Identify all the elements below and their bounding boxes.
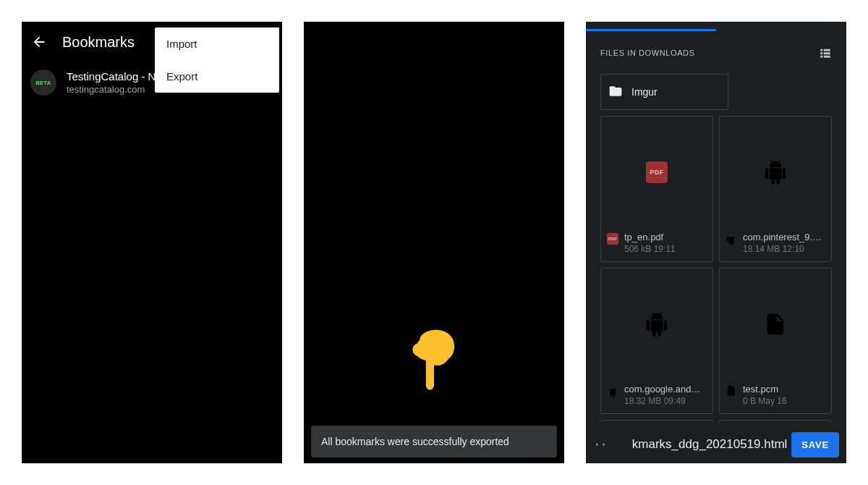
file-tile[interactable] bbox=[719, 420, 832, 423]
save-bar: ‎kmarks_ddg_20210519.html SAVE bbox=[586, 426, 846, 463]
file-preview bbox=[601, 269, 712, 379]
pointing-down-hand-icon bbox=[401, 326, 467, 394]
file-grid: PDF PDF tp_en.pdf 506 kB 19:11 com.pinte… bbox=[600, 116, 832, 423]
file-tile[interactable] bbox=[600, 420, 713, 423]
filename-input[interactable]: ‎kmarks_ddg_20210519.html bbox=[612, 437, 787, 452]
file-tile[interactable]: com.google.and… 18.32 MB 09:49 bbox=[600, 268, 713, 414]
pdf-icon: PDF bbox=[607, 233, 618, 245]
file-preview bbox=[720, 269, 831, 379]
overflow-menu: Import Export bbox=[155, 28, 279, 93]
file-tile[interactable]: test.pcm 0 B May 16 bbox=[719, 268, 832, 414]
favicon-badge: BETA bbox=[33, 78, 53, 88]
file-name: com.pinterest_9.… bbox=[743, 232, 822, 242]
folder-imgur[interactable]: Imgur bbox=[600, 74, 728, 110]
file-meta: 506 kB 19:11 bbox=[624, 244, 676, 254]
list-view-icon[interactable] bbox=[819, 46, 832, 59]
snackbar: All bookmarks were successfully exported bbox=[311, 426, 557, 457]
picker-header-title: FILES IN DOWNLOADS bbox=[600, 48, 695, 57]
path-chevrons-icon[interactable] bbox=[593, 439, 608, 450]
screen-file-picker: FILES IN DOWNLOADS Imgur PDF PDF tp_en.p… bbox=[586, 22, 846, 463]
screen-bookmarks: Bookmarks BETA TestingCatalog - Ne… test… bbox=[22, 22, 282, 463]
file-name: tp_en.pdf bbox=[624, 232, 676, 242]
folder-icon bbox=[608, 84, 623, 101]
back-icon[interactable] bbox=[30, 33, 48, 51]
pdf-icon: PDF bbox=[646, 161, 668, 183]
screen-export-result: All bookmarks were successfully exported bbox=[304, 22, 564, 463]
tab-indicator bbox=[586, 29, 716, 31]
snackbar-text: All bookmarks were successfully exported bbox=[321, 436, 509, 447]
picker-header: FILES IN DOWNLOADS bbox=[586, 46, 846, 59]
file-meta: 0 B May 16 bbox=[743, 396, 787, 406]
save-button[interactable]: SAVE bbox=[791, 432, 839, 457]
file-meta: 18.14 MB 12:10 bbox=[743, 244, 822, 254]
file-tile[interactable]: com.pinterest_9.… 18.14 MB 12:10 bbox=[719, 116, 832, 262]
android-icon bbox=[763, 160, 788, 185]
file-preview bbox=[720, 117, 831, 227]
file-name: test.pcm bbox=[743, 384, 787, 395]
file-icon bbox=[726, 385, 737, 400]
page-title: Bookmarks bbox=[62, 34, 135, 51]
folder-label: Imgur bbox=[631, 86, 658, 98]
file-icon bbox=[763, 312, 788, 337]
site-favicon: BETA bbox=[30, 69, 56, 96]
file-meta: 18.32 MB 09:49 bbox=[624, 396, 701, 406]
file-name: com.google.and… bbox=[624, 384, 701, 395]
menu-item-import[interactable]: Import bbox=[155, 28, 279, 60]
menu-item-export[interactable]: Export bbox=[155, 60, 279, 93]
android-icon bbox=[644, 312, 669, 337]
file-tile[interactable]: PDF PDF tp_en.pdf 506 kB 19:11 bbox=[600, 116, 713, 262]
android-icon bbox=[607, 385, 618, 400]
android-icon bbox=[726, 233, 737, 248]
file-preview: PDF bbox=[601, 117, 712, 227]
